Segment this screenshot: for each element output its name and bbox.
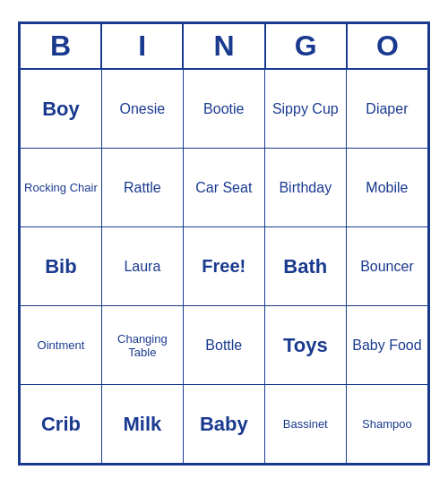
bingo-cell: Toys [264,306,346,385]
bingo-cell: Bassinet [264,385,346,464]
bingo-cell: Ointment [21,306,102,385]
bingo-cell: Rattle [101,149,183,227]
bingo-cell: Mobile [346,149,427,227]
bingo-card: BINGO BoyOnesieBootieSippy CupDiaperRock… [18,21,430,466]
table-row: Rocking ChairRattleCar SeatBirthdayMobil… [21,149,428,227]
bingo-cell: Shampoo [346,385,427,464]
bingo-cell: Birthday [264,149,346,227]
table-row: BoyOnesieBootieSippy CupDiaper [21,70,428,149]
table-row: OintmentChanging TableBottleToysBaby Foo… [21,306,428,385]
table-row: CribMilkBabyBassinetShampoo [21,385,428,464]
header-letter: B [20,23,101,69]
bingo-cell: Milk [101,385,183,464]
bingo-cell: Laura [101,227,183,306]
bingo-cell: Bootie [183,70,264,149]
table-row: BibLauraFree!BathBouncer [21,227,428,306]
bingo-cell: Free! [183,227,264,306]
header-letter: N [183,23,264,69]
bingo-cell: Bib [21,227,102,306]
bingo-cell: Bath [264,227,346,306]
bingo-cell: Diaper [346,70,427,149]
bingo-cell: Boy [21,70,102,149]
header-letter: O [347,23,428,69]
bingo-cell: Crib [21,385,102,464]
bingo-cell: Rocking Chair [21,149,102,227]
bingo-cell: Onesie [101,70,183,149]
bingo-cell: Bouncer [346,227,427,306]
bingo-cell: Car Seat [183,149,264,227]
bingo-cell: Baby Food [346,306,427,385]
bingo-header: BINGO [20,23,428,69]
bingo-cell: Bottle [183,306,264,385]
header-letter: I [101,23,183,69]
bingo-grid: BoyOnesieBootieSippy CupDiaperRocking Ch… [20,69,428,464]
bingo-cell: Changing Table [101,306,183,385]
bingo-cell: Baby [183,385,264,464]
header-letter: G [265,23,347,69]
bingo-cell: Sippy Cup [264,70,346,149]
